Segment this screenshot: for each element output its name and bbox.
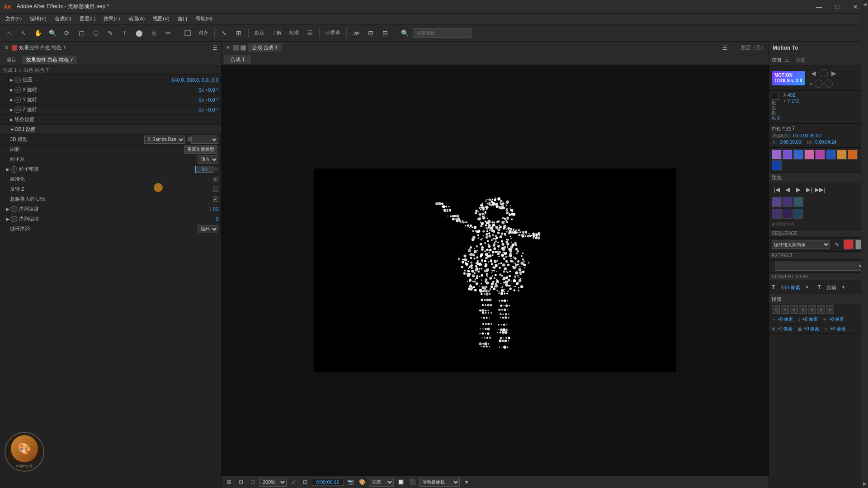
workspace-menu[interactable]: ☰ <box>303 27 316 39</box>
color-picker-red[interactable] <box>844 239 854 249</box>
skip-end-btn[interactable]: ▶▶| <box>815 184 825 194</box>
sequence-label[interactable]: SEQUENCE <box>769 230 868 238</box>
comp-safe-btn[interactable]: ⊡ <box>236 477 246 487</box>
prev-swatch-5[interactable] <box>783 209 793 219</box>
reload-model-btn[interactable]: 重新加载模型 <box>184 145 217 154</box>
brush-tool[interactable]: ⬤ <box>133 27 146 39</box>
next-frame-btn[interactable]: ▶| <box>804 184 814 194</box>
comp-snap-btn[interactable]: ⊞ <box>224 477 234 487</box>
seq-speed-value[interactable]: 1.00 <box>209 206 218 212</box>
y-rotate-value[interactable]: 0x +0.0 ° <box>198 97 218 103</box>
preview-header[interactable]: 预览 ☰ <box>769 173 868 183</box>
play-btn[interactable]: ▶ <box>793 184 803 194</box>
auto-dropdown-btn[interactable]: ▼ <box>838 282 848 292</box>
indent-val[interactable]: +0 像素 <box>830 326 845 332</box>
color-swatch[interactable] <box>772 93 779 100</box>
prev-swatch-4[interactable] <box>772 209 782 219</box>
x-rotate-value[interactable]: 0x +0.0 ° <box>198 87 218 93</box>
comp-menu-btn[interactable]: ☰ <box>721 44 728 52</box>
source-select[interactable] <box>191 136 218 144</box>
convert-label[interactable]: CONVERT TO SH <box>769 273 868 281</box>
swatch-8[interactable] <box>848 150 858 160</box>
position-value[interactable]: 640.0, 360.0, 0.0, 0.0 <box>171 77 218 83</box>
camera-orbit-tool[interactable]: ⟳ <box>61 27 73 39</box>
comp-tab[interactable]: 合成 合成 1 <box>248 43 282 52</box>
comp-3d-btn[interactable]: ⬡ <box>248 477 258 487</box>
prev-swatch-3[interactable] <box>793 197 803 207</box>
nav-circle-3[interactable] <box>825 80 833 88</box>
zoom-select[interactable]: 200% 100% 50% <box>259 478 287 487</box>
spacing-val-3[interactable]: +0 像素 <box>829 316 844 323</box>
menu-help[interactable]: 帮助(H) <box>192 14 216 24</box>
menu-effects[interactable]: 效果(T) <box>100 14 123 24</box>
search-input[interactable] <box>413 28 472 38</box>
swatch-3[interactable] <box>793 150 803 160</box>
model-3d-select[interactable]: 2. Samba Dan <box>144 136 185 144</box>
seq-offset-value[interactable]: 0 <box>216 216 218 222</box>
rect-tool[interactable]: ▢ <box>75 27 88 39</box>
spacing-val-2[interactable]: +0 像素 <box>802 316 818 323</box>
panel-menu-btn[interactable]: ☰ <box>211 44 218 52</box>
z-rotate-expand[interactable]: ▶ <box>10 108 14 112</box>
seq-speed-expand[interactable]: ▶ <box>6 207 11 211</box>
obj-section[interactable]: ▼ OBJ 设置 <box>0 125 221 135</box>
camera-select[interactable]: 活动摄像机 <box>419 478 460 487</box>
comp-camera-btn[interactable]: 📷 <box>345 477 355 487</box>
extract-label[interactable]: EXTRACT <box>769 252 868 260</box>
stamp-tool[interactable]: ⎘ <box>147 27 160 39</box>
comp-tab-label[interactable]: 合成 1 <box>224 55 251 64</box>
zoom-tool[interactable]: 🔍 <box>46 27 59 39</box>
maximize-button[interactable]: □ <box>828 0 846 14</box>
comp-3dview-btn[interactable]: ⬛ <box>407 477 417 487</box>
camera-dropdown[interactable]: ▼ <box>462 477 472 487</box>
audio-tab[interactable]: 音频 <box>796 56 806 63</box>
swatch-2[interactable] <box>783 150 793 160</box>
swatch-6[interactable] <box>826 150 836 160</box>
paragraph-header[interactable]: 段落 ☰ <box>769 294 868 304</box>
menu-view[interactable]: 视图(V) <box>149 14 173 24</box>
swatch-7[interactable] <box>837 150 847 160</box>
prev-swatch-6[interactable] <box>793 209 803 219</box>
expand-btn[interactable]: ⤡ <box>218 27 231 39</box>
position-expand[interactable]: ▶ <box>10 78 14 82</box>
align-last-right[interactable]: ≡ <box>826 305 834 314</box>
align-center[interactable]: ≡ <box>781 305 789 314</box>
nav-circle-2[interactable] <box>815 80 823 88</box>
loop-select[interactable]: 循环 <box>198 225 218 233</box>
seq-offset-expand[interactable]: ▶ <box>6 217 11 221</box>
select-tool[interactable]: ↖ <box>17 27 30 39</box>
text-tool[interactable]: T <box>118 27 131 39</box>
close-comp-panel[interactable]: ✕ <box>224 44 231 52</box>
align-right[interactable]: ≡ <box>790 305 798 314</box>
toggle-panels[interactable]: ⊟ <box>364 27 377 39</box>
menu-edit[interactable]: 编辑(E) <box>26 14 50 24</box>
size-dropdown-btn[interactable]: ▼ <box>802 282 812 292</box>
menu-file[interactable]: 文件(F) <box>2 14 25 24</box>
skip-start-btn[interactable]: |◀ <box>772 184 782 194</box>
comp-info-btn[interactable]: 🔲 <box>396 477 406 487</box>
align-left[interactable]: ≡ <box>772 305 780 314</box>
spacing-val-1[interactable]: +0 像素 <box>778 316 793 323</box>
comp-fit-btn[interactable]: ⤢ <box>288 477 298 487</box>
prev-swatch-1[interactable] <box>772 197 782 207</box>
tab-project[interactable]: 项目 <box>2 56 21 64</box>
spacing-val-5[interactable]: +0 像素 <box>804 326 819 332</box>
wire-expand[interactable]: ▶ <box>10 117 14 122</box>
z-rotate-value[interactable]: 0x +0.0 ° <box>198 107 218 113</box>
reverse-z-checkbox[interactable] <box>213 187 218 192</box>
toggle-panels2[interactable]: ⊟ <box>379 27 392 39</box>
info-menu[interactable]: ☰ <box>784 57 789 63</box>
ignore-uvs-checkbox[interactable] <box>213 197 218 202</box>
snapping-toggle[interactable] <box>181 27 194 39</box>
swatch-1[interactable] <box>772 150 782 160</box>
nav-left[interactable]: ◀ <box>809 69 818 78</box>
font-edit-btn[interactable]: ✎ <box>832 239 842 249</box>
shape-tool[interactable]: ⬡ <box>90 27 102 39</box>
y-rotate-expand[interactable]: ▶ <box>10 98 14 102</box>
nav-right[interactable]: ▶ <box>830 69 838 78</box>
tab-effects[interactable]: 效果控件 白色 纯色 7 <box>22 56 77 64</box>
density-expand[interactable]: ▶ <box>6 167 11 172</box>
hand-tool[interactable]: ✋ <box>32 27 44 39</box>
home-btn[interactable]: ⌂ <box>3 27 15 39</box>
size-value[interactable]: 450 像素 <box>781 284 800 291</box>
